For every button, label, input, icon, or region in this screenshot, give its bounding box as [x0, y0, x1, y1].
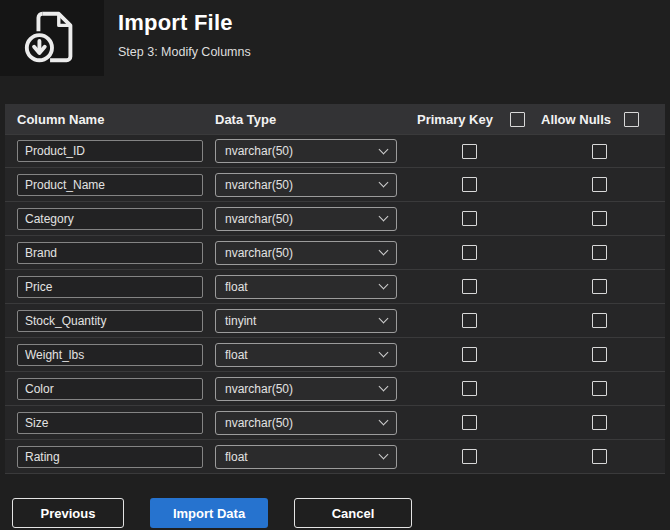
primary-key-cell — [405, 211, 533, 226]
allow-nulls-checkbox[interactable] — [592, 245, 607, 260]
primary-key-checkbox[interactable] — [462, 245, 477, 260]
column-name-cell — [5, 174, 211, 196]
data-type-select[interactable]: nvarchar(50) — [215, 241, 397, 265]
data-type-value: float — [225, 280, 248, 294]
column-name-cell — [5, 378, 211, 400]
column-name-input[interactable] — [17, 208, 203, 230]
column-name-input[interactable] — [17, 242, 203, 264]
data-type-cell: nvarchar(50) — [211, 241, 405, 265]
allow-nulls-checkbox[interactable] — [592, 347, 607, 362]
chevron-down-icon — [379, 178, 389, 188]
chevron-down-icon — [379, 280, 389, 290]
allow-nulls-cell — [533, 381, 666, 396]
import-data-button[interactable]: Import Data — [150, 498, 268, 528]
data-type-select[interactable]: nvarchar(50) — [215, 207, 397, 231]
allow-nulls-cell — [533, 211, 666, 226]
primary-key-select-all-checkbox[interactable] — [510, 112, 525, 127]
table-row: nvarchar(50) — [5, 168, 665, 202]
primary-key-checkbox[interactable] — [462, 211, 477, 226]
primary-key-cell — [405, 449, 533, 464]
primary-key-checkbox[interactable] — [462, 347, 477, 362]
page-title: Import File — [118, 10, 251, 36]
allow-nulls-header: Allow Nulls — [533, 112, 666, 127]
primary-key-header-label: Primary Key — [417, 112, 493, 127]
data-type-value: float — [225, 450, 248, 464]
data-type-select[interactable]: float — [215, 343, 397, 367]
data-type-value: nvarchar(50) — [225, 178, 293, 192]
table-row: nvarchar(50) — [5, 236, 665, 270]
primary-key-header: Primary Key — [405, 112, 533, 127]
primary-key-cell — [405, 347, 533, 362]
primary-key-checkbox[interactable] — [462, 313, 477, 328]
column-name-cell — [5, 310, 211, 332]
table-row: float — [5, 270, 665, 304]
page-subtitle: Step 3: Modify Columns — [118, 45, 251, 59]
chevron-down-icon — [379, 314, 389, 324]
cancel-button[interactable]: Cancel — [294, 498, 412, 528]
data-type-select[interactable]: nvarchar(50) — [215, 377, 397, 401]
column-name-cell — [5, 208, 211, 230]
chevron-down-icon — [379, 416, 389, 426]
table-row: nvarchar(50) — [5, 372, 665, 406]
data-type-cell: nvarchar(50) — [211, 377, 405, 401]
table-header: Column Name Data Type Primary Key Allow … — [5, 104, 665, 134]
column-name-cell — [5, 242, 211, 264]
column-name-cell — [5, 412, 211, 434]
data-type-cell: tinyint — [211, 309, 405, 333]
column-name-cell — [5, 140, 211, 162]
data-type-select[interactable]: tinyint — [215, 309, 397, 333]
column-name-input[interactable] — [17, 140, 203, 162]
allow-nulls-cell — [533, 449, 666, 464]
primary-key-cell — [405, 415, 533, 430]
column-name-input[interactable] — [17, 412, 203, 434]
column-name-input[interactable] — [17, 378, 203, 400]
data-type-header: Data Type — [211, 112, 405, 127]
primary-key-cell — [405, 177, 533, 192]
column-name-input[interactable] — [17, 174, 203, 196]
data-type-select[interactable]: float — [215, 445, 397, 469]
previous-button[interactable]: Previous — [12, 498, 124, 528]
allow-nulls-checkbox[interactable] — [592, 177, 607, 192]
allow-nulls-checkbox[interactable] — [592, 211, 607, 226]
primary-key-checkbox[interactable] — [462, 415, 477, 430]
allow-nulls-cell — [533, 279, 666, 294]
primary-key-checkbox[interactable] — [462, 449, 477, 464]
table-row: nvarchar(50) — [5, 202, 665, 236]
table-row: nvarchar(50) — [5, 406, 665, 440]
table-row: tinyint — [5, 304, 665, 338]
allow-nulls-cell — [533, 245, 666, 260]
data-type-cell: nvarchar(50) — [211, 411, 405, 435]
data-type-cell: float — [211, 343, 405, 367]
data-type-select[interactable]: float — [215, 275, 397, 299]
primary-key-checkbox[interactable] — [462, 177, 477, 192]
table-row: float — [5, 440, 665, 474]
header-text: Import File Step 3: Modify Columns — [104, 0, 251, 59]
column-name-input[interactable] — [17, 310, 203, 332]
data-type-select[interactable]: nvarchar(50) — [215, 139, 397, 163]
column-name-input[interactable] — [17, 276, 203, 298]
data-type-select[interactable]: nvarchar(50) — [215, 173, 397, 197]
chevron-down-icon — [379, 246, 389, 256]
chevron-down-icon — [379, 144, 389, 154]
column-name-input[interactable] — [17, 446, 203, 468]
allow-nulls-checkbox[interactable] — [592, 279, 607, 294]
column-name-header: Column Name — [5, 112, 211, 127]
allow-nulls-checkbox[interactable] — [592, 415, 607, 430]
allow-nulls-checkbox[interactable] — [592, 449, 607, 464]
data-type-cell: nvarchar(50) — [211, 207, 405, 231]
allow-nulls-select-all-checkbox[interactable] — [624, 112, 639, 127]
column-name-input[interactable] — [17, 344, 203, 366]
allow-nulls-cell — [533, 313, 666, 328]
allow-nulls-checkbox[interactable] — [592, 144, 607, 159]
allow-nulls-checkbox[interactable] — [592, 313, 607, 328]
primary-key-cell — [405, 245, 533, 260]
table-row: nvarchar(50) — [5, 134, 665, 168]
primary-key-checkbox[interactable] — [462, 279, 477, 294]
data-type-select[interactable]: nvarchar(50) — [215, 411, 397, 435]
footer-buttons: Previous Import Data Cancel — [0, 474, 670, 528]
chevron-down-icon — [379, 450, 389, 460]
primary-key-checkbox[interactable] — [462, 144, 477, 159]
primary-key-checkbox[interactable] — [462, 381, 477, 396]
allow-nulls-checkbox[interactable] — [592, 381, 607, 396]
data-type-cell: float — [211, 445, 405, 469]
